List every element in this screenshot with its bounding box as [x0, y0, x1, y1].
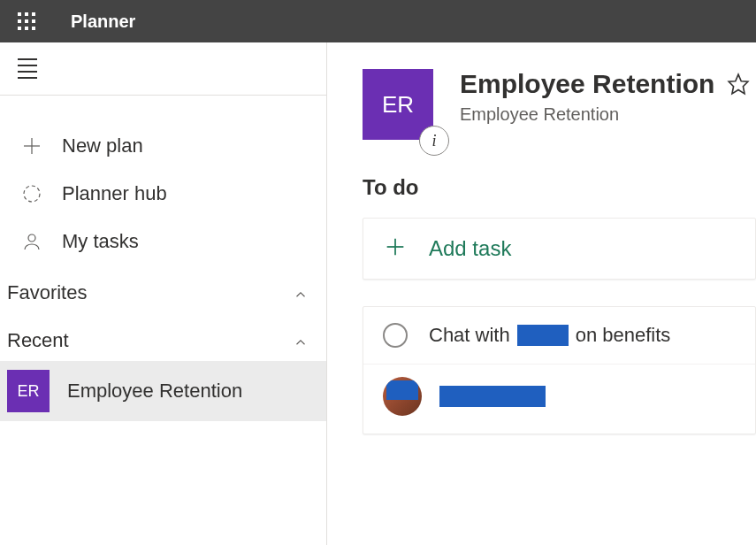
task-assignee-row — [363, 364, 755, 434]
sidebar-toggle-row — [0, 42, 326, 96]
plan-header: ER i Employee Retention Employee Retenti… — [363, 69, 756, 140]
plan-badge: ER — [7, 370, 50, 412]
main-panel: ER i Employee Retention Employee Retenti… — [327, 42, 756, 545]
complete-task-checkbox[interactable] — [383, 323, 408, 348]
sidebar-nav: New plan Planner hub My tasks — [0, 96, 326, 265]
svg-point-2 — [24, 186, 40, 202]
chevron-up-icon — [293, 333, 309, 349]
sidebar-item-planner-hub[interactable]: Planner hub — [0, 170, 326, 218]
add-task-button[interactable]: Add task — [363, 218, 756, 280]
chevron-up-icon — [293, 285, 309, 301]
task-title-prefix: Chat with — [429, 324, 510, 347]
top-bar: Planner — [0, 0, 756, 42]
sidebar-item-label: Planner hub — [62, 182, 167, 205]
plan-badge-large: ER i — [363, 69, 433, 140]
plan-group-name: Employee Retention — [460, 104, 756, 125]
task-title-suffix: on benefits — [576, 324, 671, 347]
add-task-label: Add task — [429, 236, 511, 261]
content-area: New plan Planner hub My tasks Favorites — [0, 42, 756, 545]
plan-title: Employee Retention — [460, 69, 714, 99]
task-title: Chat with on benefits — [429, 324, 670, 347]
info-button[interactable]: i — [419, 126, 449, 156]
sidebar-item-my-tasks[interactable]: My tasks — [0, 218, 326, 265]
assignee-avatar[interactable] — [383, 377, 422, 416]
section-label: Recent — [7, 329, 69, 352]
menu-toggle-button[interactable] — [18, 58, 37, 79]
sidebar: New plan Planner hub My tasks Favorites — [0, 42, 327, 545]
sidebar-section-favorites[interactable]: Favorites — [0, 265, 326, 313]
plus-icon — [383, 234, 411, 263]
bucket-title: To do — [363, 175, 756, 200]
redacted-text — [517, 325, 569, 346]
plan-title-block: Employee Retention Employee Retention — [460, 69, 756, 125]
sidebar-item-label: New plan — [62, 134, 143, 157]
svg-point-3 — [28, 234, 35, 242]
sidebar-section-recent[interactable]: Recent — [0, 313, 326, 361]
recent-plan-item[interactable]: ER Employee Retention — [0, 361, 326, 421]
person-icon — [18, 231, 62, 252]
recent-plan-label: Employee Retention — [67, 380, 242, 403]
section-label: Favorites — [7, 281, 87, 304]
svg-marker-4 — [729, 74, 749, 94]
sidebar-item-new-plan[interactable]: New plan — [0, 122, 326, 170]
plan-initials: ER — [382, 91, 414, 119]
favorite-button[interactable] — [727, 73, 750, 96]
hub-icon — [18, 183, 62, 204]
task-row: Chat with on benefits — [363, 307, 755, 364]
task-card[interactable]: Chat with on benefits — [363, 306, 756, 434]
sidebar-item-label: My tasks — [62, 230, 139, 253]
app-title: Planner — [71, 12, 135, 32]
app-launcher-button[interactable] — [9, 4, 44, 39]
redacted-avatar-overlay — [386, 380, 418, 400]
waffle-icon — [18, 12, 35, 30]
redacted-assignee-name — [439, 386, 546, 407]
plus-icon — [18, 135, 62, 157]
